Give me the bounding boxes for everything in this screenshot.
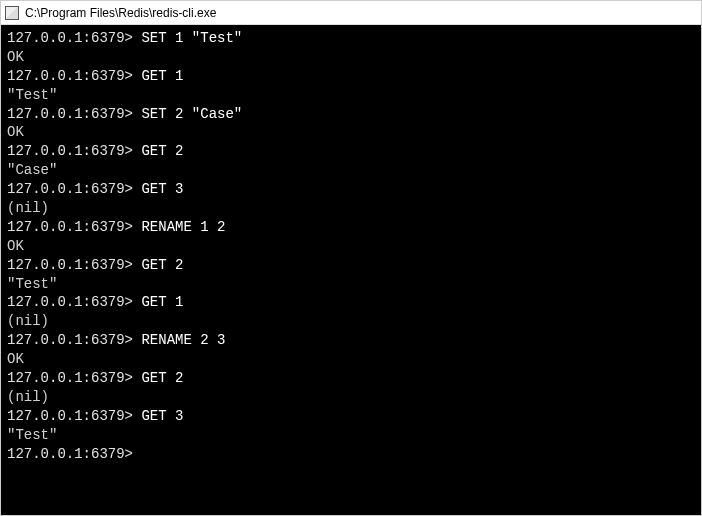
terminal-command-text: SET 2 "Case" xyxy=(141,106,242,122)
terminal-prompt: 127.0.0.1:6379> xyxy=(7,332,141,348)
terminal-output-text: (nil) xyxy=(7,313,49,329)
terminal-command-line: 127.0.0.1:6379> GET 3 xyxy=(7,407,695,426)
terminal-command-text: GET 1 xyxy=(141,68,183,84)
terminal-command-line: 127.0.0.1:6379> GET 1 xyxy=(7,67,695,86)
terminal-output-text: "Case" xyxy=(7,162,57,178)
terminal-command-line: 127.0.0.1:6379> SET 2 "Case" xyxy=(7,105,695,124)
terminal-output-line: OK xyxy=(7,48,695,67)
terminal-command-line: 127.0.0.1:6379> RENAME 2 3 xyxy=(7,331,695,350)
terminal-prompt: 127.0.0.1:6379> xyxy=(7,30,141,46)
terminal-output-text: OK xyxy=(7,49,24,65)
terminal-prompt: 127.0.0.1:6379> xyxy=(7,408,141,424)
terminal-command-line: 127.0.0.1:6379> RENAME 1 2 xyxy=(7,218,695,237)
terminal-command-line: 127.0.0.1:6379> xyxy=(7,445,695,464)
terminal-prompt: 127.0.0.1:6379> xyxy=(7,294,141,310)
app-window: C:\Program Files\Redis\redis-cli.exe 127… xyxy=(0,0,702,516)
terminal-command-text: GET 2 xyxy=(141,257,183,273)
terminal-command-text: GET 3 xyxy=(141,181,183,197)
terminal-prompt: 127.0.0.1:6379> xyxy=(7,446,141,462)
terminal-output-line: "Case" xyxy=(7,161,695,180)
terminal-command-text: GET 3 xyxy=(141,408,183,424)
titlebar[interactable]: C:\Program Files\Redis\redis-cli.exe xyxy=(1,1,701,25)
terminal-output-text: "Test" xyxy=(7,276,57,292)
terminal-output-line: "Test" xyxy=(7,86,695,105)
terminal-command-text: SET 1 "Test" xyxy=(141,30,242,46)
terminal-output-line: (nil) xyxy=(7,199,695,218)
terminal-command-line: 127.0.0.1:6379> GET 2 xyxy=(7,142,695,161)
terminal-output-line: OK xyxy=(7,237,695,256)
terminal-prompt: 127.0.0.1:6379> xyxy=(7,370,141,386)
terminal-prompt: 127.0.0.1:6379> xyxy=(7,143,141,159)
terminal-output-text: "Test" xyxy=(7,427,57,443)
terminal-command-text: GET 2 xyxy=(141,370,183,386)
app-icon xyxy=(5,6,19,20)
terminal-output-text: OK xyxy=(7,351,24,367)
terminal-output-line: OK xyxy=(7,350,695,369)
terminal-output-line: (nil) xyxy=(7,312,695,331)
terminal-output-line: "Test" xyxy=(7,275,695,294)
terminal-command-line: 127.0.0.1:6379> GET 2 xyxy=(7,369,695,388)
terminal-prompt: 127.0.0.1:6379> xyxy=(7,181,141,197)
terminal-command-text: GET 2 xyxy=(141,143,183,159)
terminal-command-text: RENAME 1 2 xyxy=(141,219,225,235)
terminal-output-text: (nil) xyxy=(7,389,49,405)
terminal-prompt: 127.0.0.1:6379> xyxy=(7,68,141,84)
terminal-output-text: (nil) xyxy=(7,200,49,216)
terminal-output-text: OK xyxy=(7,238,24,254)
terminal-command-line: 127.0.0.1:6379> GET 1 xyxy=(7,293,695,312)
terminal-command-text: RENAME 2 3 xyxy=(141,332,225,348)
terminal-command-line: 127.0.0.1:6379> GET 2 xyxy=(7,256,695,275)
terminal-output-line: (nil) xyxy=(7,388,695,407)
window-title: C:\Program Files\Redis\redis-cli.exe xyxy=(25,6,216,20)
terminal-output-line: OK xyxy=(7,123,695,142)
terminal-area[interactable]: 127.0.0.1:6379> SET 1 "Test"OK127.0.0.1:… xyxy=(1,25,701,515)
terminal-prompt: 127.0.0.1:6379> xyxy=(7,257,141,273)
terminal-command-text: GET 1 xyxy=(141,294,183,310)
terminal-prompt: 127.0.0.1:6379> xyxy=(7,106,141,122)
terminal-output-text: "Test" xyxy=(7,87,57,103)
terminal-prompt: 127.0.0.1:6379> xyxy=(7,219,141,235)
terminal-output-line: "Test" xyxy=(7,426,695,445)
terminal-command-line: 127.0.0.1:6379> GET 3 xyxy=(7,180,695,199)
terminal-output-text: OK xyxy=(7,124,24,140)
terminal-command-line: 127.0.0.1:6379> SET 1 "Test" xyxy=(7,29,695,48)
